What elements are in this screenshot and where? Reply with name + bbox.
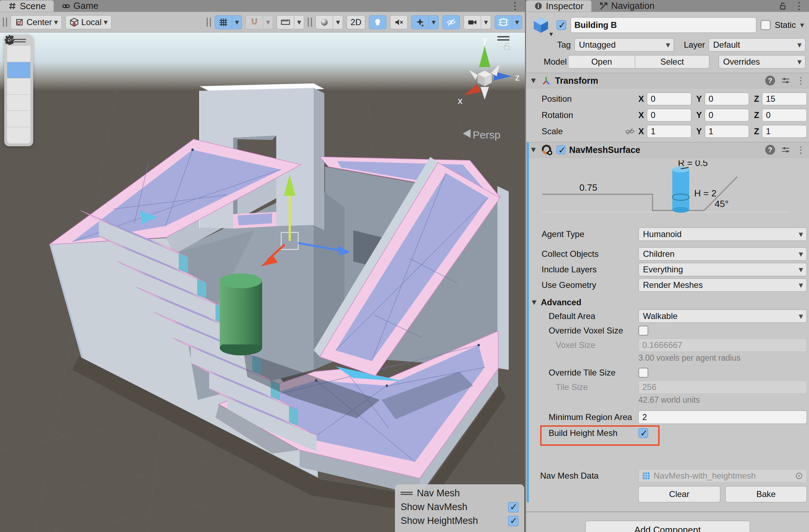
camera-settings-dropdown[interactable]: ▾	[481, 15, 491, 29]
2d-view-toggle[interactable]: 2D	[347, 15, 365, 29]
snap-increment-button[interactable]	[277, 15, 294, 29]
audio-mute-toggle[interactable]	[390, 15, 408, 29]
camera-settings-button[interactable]	[463, 15, 481, 29]
toolbar-grip[interactable]	[207, 18, 211, 27]
model-select-button[interactable]: Select	[635, 55, 709, 69]
rect-tool-button[interactable]	[7, 111, 30, 127]
component-menu-icon[interactable]: ⋮	[796, 75, 805, 86]
axis-y-label: y	[483, 35, 487, 45]
rotate-tool-button[interactable]	[7, 78, 30, 95]
add-component-button[interactable]: Add Component	[585, 521, 750, 532]
scene-visibility-toggle[interactable]	[442, 15, 460, 29]
scale-tool-button[interactable]	[7, 95, 30, 111]
position-y-field[interactable]	[705, 93, 749, 105]
foldout-icon[interactable]: ▼	[530, 76, 537, 85]
presets-icon[interactable]	[781, 145, 791, 155]
prefab-expand-icon[interactable]: ▾	[549, 30, 553, 38]
help-icon[interactable]: ?	[765, 145, 775, 155]
default-area-dropdown[interactable]: Walkable	[638, 309, 807, 323]
collect-objects-dropdown[interactable]: Children	[638, 247, 807, 261]
show-navmesh-checkbox[interactable]	[508, 502, 519, 513]
lock-icon[interactable]	[778, 1, 788, 11]
rotation-z-field[interactable]	[762, 109, 807, 122]
transform-header[interactable]: ▼ Transform ? ⋮	[526, 73, 809, 88]
snap-increment-dropdown[interactable]: ▾	[294, 15, 304, 29]
snap-options-dropdown[interactable]: ▾	[263, 15, 273, 29]
effects-dropdown[interactable]: ▾	[429, 15, 439, 29]
component-menu-icon[interactable]: ⋮	[796, 144, 805, 155]
pivot-icon	[14, 17, 24, 27]
navmeshsurface-header[interactable]: ▼ NavMeshSurface ? ⋮	[526, 142, 809, 158]
orientation-label: Local	[81, 17, 101, 27]
foldout-icon[interactable]: ▼	[530, 145, 537, 154]
scene-lighting-toggle[interactable]	[369, 15, 386, 29]
tab-scene[interactable]: Scene	[0, 0, 54, 12]
rotation-y-field[interactable]	[705, 109, 749, 122]
build-height-mesh-checkbox[interactable]	[638, 428, 648, 438]
position-x-field[interactable]	[647, 93, 691, 105]
layer-dropdown[interactable]: Default	[709, 38, 805, 52]
tool-handle-rotation-button[interactable]: Local▾	[65, 15, 111, 29]
gameobject-active-checkbox[interactable]	[556, 20, 566, 30]
scale-y-field[interactable]	[705, 125, 749, 138]
bake-button[interactable]: Bake	[725, 486, 807, 502]
include-layers-dropdown[interactable]: Everything	[638, 263, 807, 276]
draw-mode-dropdown[interactable]: ▾	[333, 15, 343, 29]
inspector-menu-icon[interactable]: ⋮	[789, 1, 809, 11]
grid-visibility-toggle[interactable]	[214, 15, 232, 29]
scale-z-field[interactable]	[762, 125, 807, 138]
scene-pane: Scene Game ⋮ Center▾ Local▾ ▾	[0, 0, 525, 532]
tile-size-field	[638, 380, 807, 394]
model-open-button[interactable]: Open	[568, 55, 635, 69]
tab-inspector[interactable]: Inspector	[526, 0, 591, 12]
toolbar-grip[interactable]	[3, 18, 7, 27]
navigation-icon	[599, 1, 608, 11]
component-enabled-checkbox[interactable]	[556, 145, 566, 154]
model-overrides-dropdown[interactable]: Overrides	[719, 55, 805, 69]
move-tool-button[interactable]	[7, 62, 30, 78]
static-checkbox[interactable]	[761, 20, 770, 30]
tab-game[interactable]: Game	[54, 0, 106, 12]
overlay-drag-handle[interactable]	[401, 492, 413, 495]
draw-mode-button[interactable]	[315, 15, 333, 29]
view-tool-button[interactable]	[7, 46, 30, 62]
gizmos-toggle[interactable]	[495, 15, 512, 29]
static-label: Static	[775, 20, 796, 30]
position-z-field[interactable]	[762, 93, 807, 105]
link-broken-icon[interactable]	[625, 126, 635, 136]
prefab-icon[interactable]	[531, 16, 550, 35]
grid-options-dropdown[interactable]: ▾	[232, 15, 242, 29]
static-dropdown-icon[interactable]: ▾	[800, 20, 805, 30]
minimum-region-area-field[interactable]	[638, 410, 807, 424]
toolbar-grip[interactable]	[308, 18, 312, 27]
scene-viewport[interactable]: y z x Persp	[0, 32, 525, 532]
override-tile-size-checkbox[interactable]	[638, 368, 648, 378]
transform-tool-button[interactable]	[7, 127, 30, 143]
agent-type-dropdown[interactable]: Humanoid	[638, 227, 807, 241]
pivot-label: Center	[26, 17, 52, 27]
scene-3d-canvas[interactable]: y z x Persp	[0, 32, 525, 532]
object-picker-icon[interactable]	[795, 471, 804, 480]
projection-label[interactable]: Persp	[473, 129, 500, 141]
help-icon[interactable]: ?	[765, 76, 775, 85]
snap-toggle[interactable]	[246, 15, 263, 29]
scene-tab-menu-icon[interactable]: ⋮	[505, 1, 525, 11]
rotation-x-field[interactable]	[647, 109, 691, 122]
advanced-foldout[interactable]: ▼ Advanced	[526, 297, 809, 307]
layer-label: Layer	[684, 40, 705, 50]
tab-navigation[interactable]: Navigation	[591, 0, 662, 12]
show-heightmesh-checkbox[interactable]	[508, 516, 519, 526]
show-heightmesh-label: Show HeightMesh	[401, 515, 478, 526]
override-voxel-size-checkbox[interactable]	[638, 326, 648, 336]
scale-x-field[interactable]	[647, 125, 691, 138]
gameobject-name-field[interactable]	[571, 17, 756, 33]
effects-toggle[interactable]	[411, 15, 429, 29]
use-geometry-dropdown[interactable]: Render Meshes	[638, 278, 807, 292]
tab-inspector-label: Inspector	[546, 1, 584, 12]
gizmos-dropdown[interactable]: ▾	[512, 15, 522, 29]
tool-handle-position-button[interactable]: Center▾	[11, 15, 62, 29]
tag-dropdown[interactable]: Untagged	[574, 38, 674, 52]
presets-icon[interactable]	[781, 76, 791, 85]
nav-mesh-data-field[interactable]: NavMesh-with_heightmesh	[638, 469, 807, 483]
clear-button[interactable]: Clear	[638, 486, 720, 502]
